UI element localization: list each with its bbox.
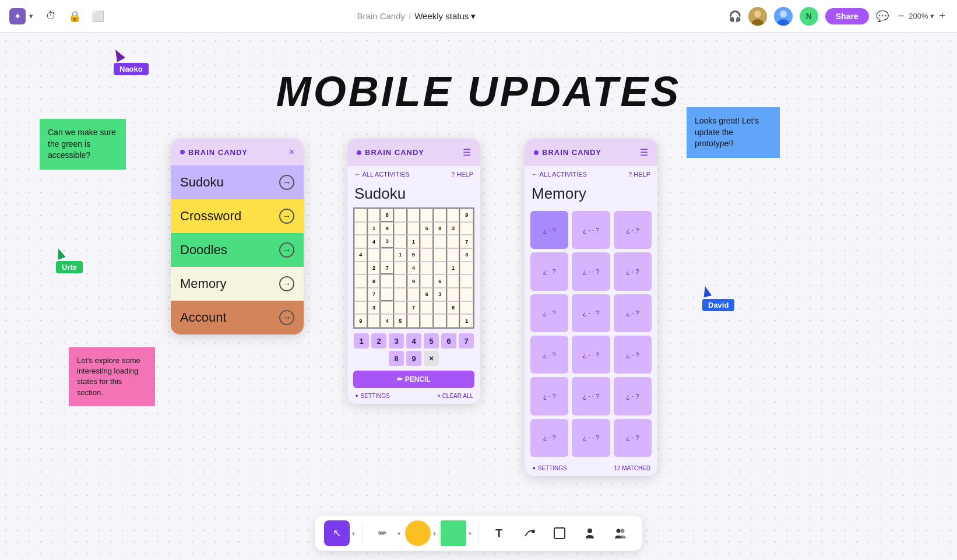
num-btn-8[interactable]: 8 [389, 351, 404, 366]
sudoku-cell [460, 301, 473, 315]
memory-card-5[interactable]: ¿ · · ? [572, 252, 610, 290]
phone2-settings[interactable]: ✦ SETTINGS [354, 393, 390, 399]
memory-card-1[interactable]: ¿ · ? [530, 211, 568, 249]
memory-card-11[interactable]: ¿ · · ? [572, 336, 610, 374]
num-btn-9[interactable]: 9 [406, 351, 421, 366]
timer-icon[interactable]: ⏱ [45, 10, 58, 23]
share-button[interactable]: Share [825, 8, 869, 24]
phone3-menu-icon[interactable]: ☰ [640, 147, 648, 158]
num-btn-6[interactable]: 6 [441, 333, 456, 348]
bottom-toolbar: ↖ ▾ ✏ ▾ ▾ ▾ T [315, 516, 642, 551]
memory-card-12[interactable]: ¿ · ? [614, 336, 652, 374]
menu-item-sudoku[interactable]: Sudoku → [171, 165, 304, 199]
zoom-dropdown-arrow[interactable]: ▾ [930, 12, 934, 20]
pen-tool-chevron[interactable]: ▾ [397, 530, 400, 537]
sudoku-cell: 5 [420, 222, 434, 235]
frame-tool-button[interactable] [547, 520, 572, 546]
num-btn-2[interactable]: 2 [371, 333, 386, 348]
zoom-in-button[interactable]: + [937, 10, 948, 22]
logo-dropdown[interactable]: ▾ [29, 12, 33, 20]
memory-card-3[interactable]: ¿ · ? [614, 211, 652, 249]
num-btn-7[interactable]: 7 [459, 333, 474, 348]
num-btn-4[interactable]: 4 [406, 333, 421, 348]
phone2-menu-icon[interactable]: ☰ [463, 147, 471, 158]
memory-card-17[interactable]: ¿ · · ? [572, 419, 610, 457]
sudoku-cell [368, 209, 381, 222]
shape-yellow-tool[interactable] [405, 520, 431, 546]
phone3-header: BRAIN CANDY ☰ [525, 139, 657, 166]
headphone-icon[interactable]: 🎧 [729, 10, 741, 23]
breadcrumb-project[interactable]: Brain Candy [357, 11, 405, 21]
phone1-close[interactable]: × [289, 147, 294, 157]
menu-item-crossword[interactable]: Crossword → [171, 199, 304, 233]
memory-card-7[interactable]: ¿ · ? [530, 294, 568, 332]
connector-tool-button[interactable] [516, 520, 542, 546]
memory-card-13[interactable]: ¿ · ? [530, 377, 568, 415]
avatar-n[interactable]: N [800, 7, 818, 26]
shape-green-tool[interactable] [441, 520, 466, 546]
comment-icon[interactable]: 💬 [876, 10, 889, 23]
memory-card-9[interactable]: ¿ · ? [614, 294, 652, 332]
phone2-help[interactable]: ? HELP [451, 171, 473, 178]
sudoku-cell: 1 [368, 222, 381, 235]
sudoku-cell [394, 274, 407, 288]
layout-icon[interactable]: ⬜ [92, 10, 104, 23]
sudoku-cell [381, 248, 394, 262]
phone2-back[interactable]: ← ALL ACTIVITIES [354, 171, 410, 178]
pen-tool-section: ✏ ▾ [370, 520, 400, 546]
shape-yellow-chevron[interactable]: ▾ [433, 530, 436, 537]
sudoku-cell [354, 274, 368, 288]
zoom-value[interactable]: 200% [909, 12, 928, 20]
sudoku-cell [381, 288, 394, 301]
phone2-clear-all[interactable]: × CLEAR ALL [437, 393, 473, 399]
pen-tool-button[interactable]: ✏ [370, 520, 395, 546]
phone3-back[interactable]: ← ALL ACTIVITIES [532, 171, 587, 178]
memory-card-18[interactable]: ¿ · ? [614, 419, 652, 457]
main-title: MOBILE UPDATES [276, 68, 681, 115]
memory-card-8[interactable]: ¿ · · ? [572, 294, 610, 332]
top-bar: ✦ ▾ ⏱ 🔒 ⬜ Brain Candy / Weekly status ▾ … [0, 0, 957, 33]
sudoku-cell [354, 262, 368, 275]
memory-card-10[interactable]: ¿ · ? [530, 336, 568, 374]
sudoku-cell: 2 [368, 262, 381, 275]
phone3-help[interactable]: ? HELP [628, 171, 650, 178]
memory-card-15[interactable]: ¿ · ? [614, 377, 652, 415]
breadcrumb-page[interactable]: Weekly status ▾ [414, 11, 476, 22]
sudoku-cell [420, 248, 434, 262]
phone3-settings[interactable]: ✦ SETTINGS [532, 465, 567, 471]
memory-card-14[interactable]: ¿ · · ? [572, 377, 610, 415]
num-btn-3[interactable]: 3 [389, 333, 404, 348]
sudoku-cell: 3 [460, 248, 473, 262]
sudoku-cell: 7 [381, 262, 394, 275]
memory-card-6[interactable]: ¿ · ? [614, 252, 652, 290]
num-btn-clear[interactable]: × [424, 351, 439, 366]
memory-card-4[interactable]: ¿ · ? [530, 252, 568, 290]
num-btn-5[interactable]: 5 [424, 333, 439, 348]
svg-rect-7 [554, 528, 565, 538]
shape-green-chevron[interactable]: ▾ [469, 530, 472, 537]
group-tool-button[interactable] [607, 520, 633, 546]
memory-card-2[interactable]: ¿ · · ? [572, 211, 610, 249]
avatar-2[interactable] [774, 7, 793, 26]
zoom-out-button[interactable]: − [896, 10, 907, 22]
phone-menu: BRAIN CANDY × Sudoku → Crossword → Doodl… [171, 139, 304, 334]
memory-card-16[interactable]: ¿ · ? [530, 419, 568, 457]
canvas: MOBILE UPDATES Naoko Urte David Can we m… [0, 33, 957, 560]
text-tool-button[interactable]: T [486, 520, 512, 546]
lock-icon[interactable]: 🔒 [68, 10, 81, 23]
select-tool-button[interactable]: ↖ [324, 520, 350, 546]
select-tool-chevron[interactable]: ▾ [352, 530, 355, 537]
menu-item-doodles[interactable]: Doodles → [171, 233, 304, 267]
menu-item-memory[interactable]: Memory → [171, 267, 304, 301]
avatar-1[interactable] [748, 7, 767, 26]
num-btn-1[interactable]: 1 [354, 333, 369, 348]
logo-area[interactable]: ✦ ▾ [9, 8, 33, 24]
phone-memory: BRAIN CANDY ☰ ← ALL ACTIVITIES ? HELP Me… [525, 139, 657, 476]
sudoku-cell: 1 [447, 262, 460, 275]
sudoku-cell: 9 [460, 209, 473, 222]
menu-item-account[interactable]: Account → [171, 301, 304, 334]
cursor-urte-arrow [54, 247, 65, 260]
pencil-button[interactable]: ✏ PENCIL [353, 371, 474, 388]
shape-green-section: ▾ [441, 520, 472, 546]
people-tool-button[interactable] [577, 520, 603, 546]
